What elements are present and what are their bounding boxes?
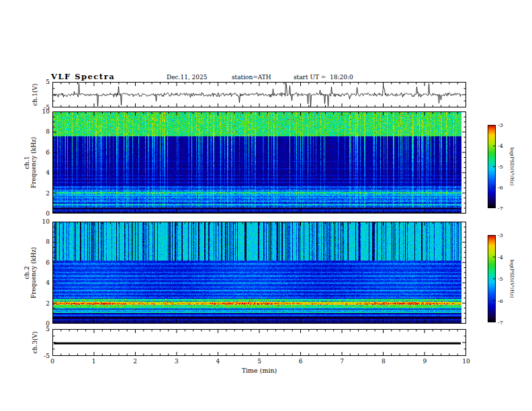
vlf-spectra-figure: VLF Spectra Dec.11, 2025 station=ATH sta… <box>0 0 532 411</box>
x-tick-label: 8 <box>382 358 386 365</box>
ch1-spectrogram-ytick-label: 4 <box>46 169 50 176</box>
ch2-spectrogram-ytick-label: 2 <box>46 300 50 307</box>
ch2-spectrogram-canvas <box>52 222 466 324</box>
colorbar1-tick-label: -4 <box>498 143 503 149</box>
figure-title: VLF Spectra <box>51 72 115 81</box>
ch2-spectrogram-ylabel-line2: Frequency (kHz) <box>30 247 37 299</box>
ch1-spectrogram-ytick-label: 6 <box>46 149 50 156</box>
colorbar1-tick-label: -3 <box>498 122 503 128</box>
x-tick-label: 4 <box>216 358 220 365</box>
header-start-ut: start UT = 18:20:0 <box>294 74 353 81</box>
x-tick-label: 0 <box>50 358 54 365</box>
ch3-waveform-canvas <box>52 329 466 356</box>
ch1-spectrogram-ytick-label: 0 <box>46 210 50 217</box>
colorbar2-tick-label: -6 <box>498 298 503 304</box>
ch1-waveform-ytick-label: 5 <box>46 79 50 85</box>
ch2-spectrogram-ytick-label: 8 <box>46 238 50 245</box>
x-tick-label: 9 <box>423 358 427 365</box>
x-tick-label: 10 <box>462 358 470 365</box>
colorbar2-tick-label: -5 <box>498 276 503 282</box>
x-tick-label: 7 <box>340 358 344 365</box>
x-tick-label: 2 <box>133 358 137 365</box>
colorbar2-label: log(PSD)(V²/Hz) <box>509 260 515 298</box>
ch2-spectrogram-ytick-label: 10 <box>42 218 50 225</box>
ch2-spectrogram-ylabel-line1: ch.2 <box>24 247 30 299</box>
colorbar1-canvas <box>488 125 496 208</box>
colorbar2-canvas <box>488 235 496 322</box>
ch1-spectrogram-canvas <box>52 111 466 214</box>
colorbar1-label: log(PSD)(V²/Hz) <box>509 148 515 186</box>
colorbar2-tick-label: -7 <box>498 320 503 326</box>
header-station: station=ATH <box>232 74 271 81</box>
ch1-waveform-ylabel: ch.1(V) <box>32 84 38 106</box>
colorbar2-tick-label: -4 <box>498 254 503 260</box>
ch1-spectrogram-ytick-label: 2 <box>46 190 50 197</box>
x-axis-title: Time (min) <box>242 367 277 374</box>
ch3-waveform-ytick-label: 5 <box>46 326 50 332</box>
colorbar1-tick-label: -6 <box>498 185 503 191</box>
ch3-waveform-ytick-label: -5 <box>44 353 50 359</box>
ch2-spectrogram-ytick-label: 6 <box>46 259 50 266</box>
ch1-waveform-canvas <box>52 82 466 107</box>
ch1-spectrogram-ylabel-line2: Frequency (kHz) <box>30 137 37 189</box>
x-tick-label: 6 <box>299 358 303 365</box>
ch1-spectrogram-ytick-label: 8 <box>46 128 50 135</box>
colorbar1-tick-label: -5 <box>498 164 503 170</box>
ch1-spectrogram-ytick-label: 10 <box>42 108 50 115</box>
colorbar2-tick-label: -3 <box>498 232 503 238</box>
ch1-spectrogram-ylabel-line1: ch.1 <box>24 137 30 189</box>
x-tick-label: 5 <box>257 358 261 365</box>
ch2-spectrogram-ytick-label: 4 <box>46 279 50 286</box>
x-tick-label: 1 <box>92 358 96 365</box>
ch3-waveform-ylabel: ch.3(V) <box>32 332 38 354</box>
x-tick-label: 3 <box>175 358 179 365</box>
ch2-spectrogram-ylabel: ch.2 Frequency (kHz) <box>24 247 38 299</box>
colorbar1-tick-label: -7 <box>498 205 503 212</box>
header-date: Dec.11, 2025 <box>167 74 208 81</box>
ch1-spectrogram-ylabel: ch.1 Frequency (kHz) <box>24 137 38 189</box>
